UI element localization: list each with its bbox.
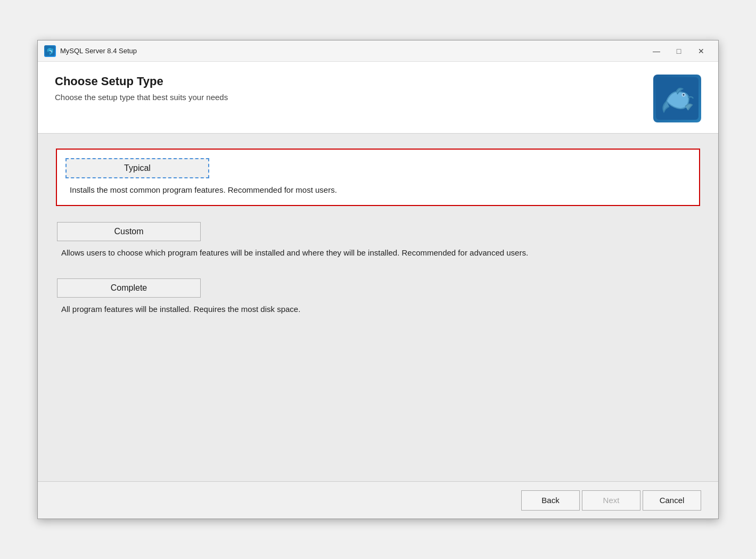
- complete-option[interactable]: Complete All program features will be in…: [57, 276, 699, 318]
- page-title: Choose Setup Type: [55, 75, 653, 88]
- svg-point-3: [683, 94, 685, 96]
- back-button[interactable]: Back: [521, 490, 580, 511]
- header-text: Choose Setup Type Choose the setup type …: [55, 75, 653, 102]
- header-section: Choose Setup Type Choose the setup type …: [38, 62, 718, 134]
- custom-description: Allows users to choose which program fea…: [57, 246, 699, 259]
- content-area: Typical Installs the most common program…: [38, 134, 718, 481]
- next-button[interactable]: Next: [582, 490, 640, 511]
- title-bar: 🐬 MySQL Server 8.4 Setup — □ ✕: [38, 40, 718, 62]
- svg-text:🐬: 🐬: [46, 47, 54, 55]
- window-controls: — □ ✕: [646, 43, 712, 59]
- typical-option[interactable]: Typical Installs the most common program…: [56, 149, 700, 206]
- custom-button[interactable]: Custom: [57, 222, 201, 241]
- complete-description: All program features will be installed. …: [57, 303, 699, 316]
- maximize-button[interactable]: □: [668, 43, 689, 59]
- minimize-button[interactable]: —: [646, 43, 667, 59]
- cancel-button[interactable]: Cancel: [643, 490, 701, 511]
- footer: Back Next Cancel: [38, 481, 718, 519]
- app-icon: 🐬: [44, 45, 56, 57]
- mysql-logo: [653, 75, 701, 122]
- typical-description: Installs the most common program feature…: [65, 184, 691, 196]
- page-subtitle: Choose the setup type that best suits yo…: [55, 93, 653, 102]
- setup-type-options: Typical Installs the most common program…: [57, 150, 699, 318]
- close-button[interactable]: ✕: [691, 43, 712, 59]
- complete-button[interactable]: Complete: [57, 278, 201, 298]
- window-title: MySQL Server 8.4 Setup: [60, 47, 646, 55]
- custom-option[interactable]: Custom Allows users to choose which prog…: [57, 220, 699, 261]
- typical-button[interactable]: Typical: [65, 158, 209, 178]
- setup-window: 🐬 MySQL Server 8.4 Setup — □ ✕ Choose Se…: [37, 40, 719, 519]
